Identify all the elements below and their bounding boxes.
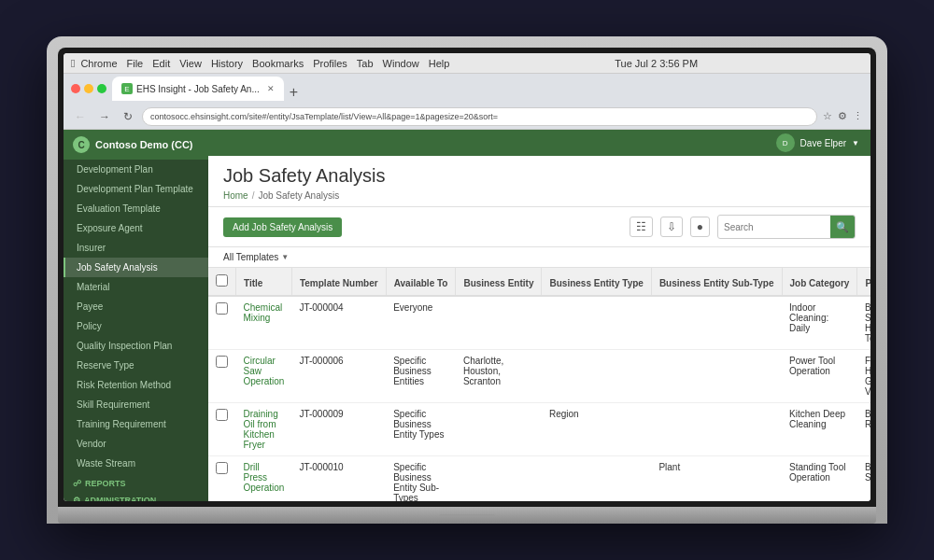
row-title-3[interactable]: Drill Press Operation [236, 456, 292, 502]
sidebar-section-admin-label: Administration [84, 496, 156, 501]
mac-menu-window[interactable]: Window [383, 58, 419, 69]
sidebar-item-evaluation-template[interactable]: Evaluation Template [64, 199, 208, 218]
row-title-0[interactable]: Chemical Mixing [236, 296, 292, 350]
sidebar-item-payee[interactable]: Payee [64, 297, 208, 316]
all-templates-filter[interactable]: All Templates ▼ [223, 252, 289, 262]
th-ppe[interactable]: Personal Protective Equipment [857, 268, 870, 296]
mac-menu-chrome[interactable]: Chrome [80, 58, 117, 69]
row-checkbox-1[interactable] [216, 356, 228, 368]
filter-label: All Templates [223, 252, 278, 262]
mac-menu-view[interactable]: View [179, 58, 202, 69]
row-job-category-2: Kitchen Deep Cleaning [782, 403, 857, 456]
title-link-0[interactable]: Chemical Mixing [244, 302, 283, 323]
sidebar-item-exposure-agent[interactable]: Exposure Agent [64, 218, 208, 238]
row-template-number-3: JT-000010 [291, 456, 386, 502]
sidebar-section-reports[interactable]: ☍ Reports [64, 473, 208, 490]
row-checkbox-3[interactable] [216, 462, 228, 474]
mac-menu-bookmarks[interactable]: Bookmarks [252, 58, 304, 69]
mac-menu-file[interactable]: File [127, 58, 144, 69]
title-link-3[interactable]: Drill Press Operation [244, 462, 285, 493]
sidebar-section-administration[interactable]: ⚙ Administration [64, 490, 208, 501]
row-template-number-0: JT-000004 [291, 296, 386, 350]
row-checkbox-0[interactable] [216, 302, 228, 315]
th-business-entity-type[interactable]: Business Entity Type [542, 268, 651, 296]
row-checkbox-cell [208, 350, 236, 403]
row-checkbox-cell [208, 296, 236, 350]
mac-menu-edit[interactable]: Edit [152, 58, 170, 69]
th-business-entity[interactable]: Business Entity [456, 268, 542, 296]
th-template-number[interactable]: Template Number [291, 268, 386, 296]
th-business-entity-sub-type[interactable]: Business Entity Sub-Type [651, 268, 782, 296]
avatar: D [776, 133, 795, 152]
new-tab-btn[interactable]: + [290, 84, 298, 101]
fullscreen-window-btn[interactable] [97, 84, 106, 93]
row-ppe-3: Breathing Apparatus, Face Shield, Radio,… [857, 456, 870, 502]
sidebar-item-training-requirement[interactable]: Training Requirement [64, 414, 208, 434]
sidebar-item-insurer[interactable]: Insurer [64, 238, 208, 258]
th-job-category[interactable]: Job Category [782, 268, 857, 296]
refresh-btn[interactable]: ↻ [120, 108, 136, 125]
add-job-safety-analysis-button[interactable]: Add Job Safety Analysis [223, 217, 342, 237]
reports-icon: ☍ [73, 479, 81, 488]
row-business-entity-0 [456, 296, 542, 350]
row-available-to-1: Specific Business Entities [386, 350, 456, 403]
sidebar-item-development-plan[interactable]: Development Plan [64, 160, 208, 179]
sidebar-item-risk-retention-method[interactable]: Risk Retention Method [64, 375, 208, 395]
row-checkbox-2[interactable] [216, 409, 228, 421]
chrome-menu-icon[interactable]: ⋮ [853, 110, 863, 122]
close-window-btn[interactable] [71, 84, 80, 93]
grid-view-btn[interactable]: ☷ [630, 217, 653, 237]
row-business-entity-sub-type-1 [651, 350, 782, 403]
breadcrumb-home-link[interactable]: Home [223, 190, 248, 201]
row-checkbox-cell [208, 403, 236, 456]
sidebar-item-vendor[interactable]: Vendor [64, 434, 208, 454]
sidebar-item-reserve-type[interactable]: Reserve Type [64, 356, 208, 375]
address-bar-row: ← → ↻ contosocc.ehsinsight.com/site#/ent… [64, 104, 870, 130]
mac-menu-help[interactable]: Help [429, 58, 450, 69]
search-box: 🔍 [717, 215, 856, 239]
th-available-to[interactable]: Available To [386, 268, 456, 296]
mac-menu-tab[interactable]: Tab [357, 58, 374, 69]
sidebar-section-reports-label: Reports [85, 479, 126, 488]
tab-close-btn[interactable]: ✕ [267, 84, 275, 93]
mac-menu-profiles[interactable]: Profiles [313, 58, 347, 69]
row-title-2[interactable]: Draining Oil from Kitchen Fryer [236, 403, 292, 456]
title-link-1[interactable]: Circular Saw Operation [244, 356, 285, 386]
user-btn[interactable]: ● [690, 217, 710, 237]
user-menu[interactable]: D Dave Elper ▼ [776, 133, 859, 152]
table-header-row: Title Template Number Available To Busin… [208, 268, 870, 296]
page-header: Job Safety Analysis Home / Job Safety An… [208, 156, 870, 207]
mac-menu-history[interactable]: History [211, 58, 243, 69]
th-title[interactable]: Title [236, 268, 292, 296]
sidebar-item-quality-inspection-plan[interactable]: Quality Inspection Plan [64, 336, 208, 356]
address-input[interactable]: contosocc.ehsinsight.com/site#/entity/Js… [142, 107, 817, 126]
chrome-tab[interactable]: E EHS Insight - Job Safety An... ✕ [112, 77, 284, 101]
row-available-to-2: Specific Business Entity Types [386, 403, 456, 456]
title-link-2[interactable]: Draining Oil from Kitchen Fryer [244, 409, 278, 450]
sidebar-item-development-plan-template[interactable]: Development Plan Template [64, 179, 208, 199]
user-name: Dave Elper [800, 138, 846, 148]
sidebar-item-waste-stream[interactable]: Waste Stream [64, 454, 208, 473]
bookmark-icon[interactable]: ☆ [823, 110, 832, 122]
row-ppe-1: Fire Extinguisher, Gloves, Hard Hat, Hea… [857, 350, 870, 403]
row-title-1[interactable]: Circular Saw Operation [236, 350, 292, 403]
download-btn[interactable]: ⇩ [660, 217, 683, 237]
sidebar-item-policy[interactable]: Policy [64, 316, 208, 336]
gear-icon: ⚙ [73, 496, 80, 501]
forward-btn[interactable]: → [95, 108, 114, 125]
extensions-icon[interactable]: ⚙ [838, 110, 847, 122]
search-input[interactable] [718, 222, 830, 232]
sidebar-item-skill-requirement[interactable]: Skill Requirement [64, 395, 208, 414]
tab-label: EHS Insight - Job Safety An... [136, 84, 260, 94]
minimize-window-btn[interactable] [84, 84, 93, 93]
sidebar-item-job-safety-analysis[interactable]: Job Safety Analysis [64, 258, 208, 277]
sidebar-item-material[interactable]: Material [64, 277, 208, 297]
back-btn[interactable]: ← [71, 108, 90, 125]
row-business-entity-type-1 [542, 350, 651, 403]
row-business-entity-type-3 [542, 456, 651, 502]
search-button[interactable]: 🔍 [830, 216, 855, 238]
user-dropdown-icon[interactable]: ▼ [852, 139, 859, 147]
select-all-checkbox[interactable] [216, 274, 228, 287]
main-content: D Dave Elper ▼ Job Safety Analysis Home … [208, 130, 870, 501]
breadcrumb-current: Job Safety Analysis [258, 190, 339, 201]
